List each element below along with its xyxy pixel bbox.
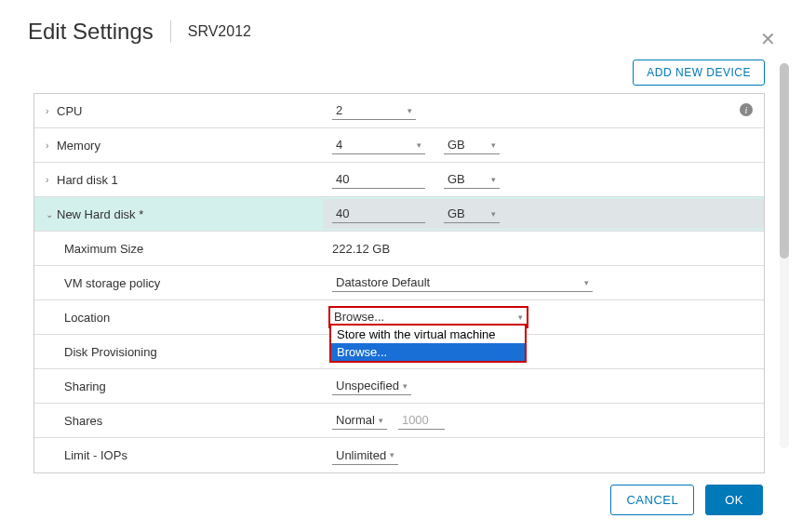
chevron-down-icon: ▾: [491, 140, 496, 150]
row-memory: › Memory 4▾ GB▾: [34, 128, 764, 163]
row-cpu: › CPU 2 ▾ i: [34, 94, 764, 128]
vm-policy-value: Datastore Default: [336, 275, 430, 289]
hd1-label: Hard disk 1: [57, 173, 118, 187]
limit-iops-label: Limit - IOPs: [64, 448, 127, 462]
ok-button[interactable]: OK: [705, 485, 763, 515]
cpu-label: CPU: [57, 104, 82, 118]
memory-unit: GB: [448, 138, 465, 152]
chevron-down-icon: ▾: [491, 175, 496, 184]
hd1-input[interactable]: 40: [332, 170, 425, 189]
new-hd-value: 40: [336, 206, 349, 220]
row-limit-iops: Limit - IOPs Unlimited▾: [34, 438, 764, 472]
dropdown-option-store-with-vm[interactable]: Store with the virtual machine: [331, 326, 525, 343]
chevron-down-icon: ▾: [417, 140, 421, 150]
sharing-select[interactable]: Unspecified▾: [332, 377, 411, 395]
settings-grid: › CPU 2 ▾ i › Memory 4▾ GB▾ › Hard disk …: [33, 93, 765, 473]
new-hd-input[interactable]: 40: [332, 205, 425, 223]
chevron-down-icon[interactable]: ⌄: [46, 209, 57, 219]
location-dropdown: Store with the virtual machine Browse...: [329, 324, 527, 363]
memory-value: 4: [336, 138, 342, 152]
memory-input[interactable]: 4▾: [332, 136, 425, 154]
row-vm-storage-policy: VM storage policy Datastore Default▾: [34, 266, 764, 300]
header-divider: [170, 20, 171, 43]
chevron-down-icon: ▾: [518, 313, 523, 322]
chevron-right-icon[interactable]: ›: [46, 175, 57, 185]
new-hd-unit-select[interactable]: GB▾: [444, 205, 500, 223]
memory-unit-select[interactable]: GB▾: [444, 136, 500, 154]
limit-iops-select[interactable]: Unlimited▾: [332, 446, 398, 465]
row-sharing: Sharing Unspecified▾: [34, 369, 764, 404]
chevron-right-icon[interactable]: ›: [46, 140, 57, 151]
sharing-value: Unspecified: [336, 379, 399, 392]
chevron-down-icon: ▾: [584, 278, 589, 287]
row-maximum-size: Maximum Size 222.12 GB: [34, 232, 764, 266]
chevron-down-icon: ▾: [403, 381, 408, 391]
row-new-hard-disk: ⌄ New Hard disk * 40 GB▾: [34, 197, 764, 232]
location-label: Location: [64, 311, 110, 325]
new-hd-unit: GB: [448, 206, 465, 220]
shares-number-input[interactable]: 1000: [398, 411, 445, 430]
close-icon[interactable]: ✕: [760, 28, 776, 50]
row-shares: Shares Normal▾ 1000: [34, 404, 764, 438]
chevron-right-icon[interactable]: ›: [46, 106, 57, 116]
memory-label: Memory: [57, 139, 100, 153]
cpu-value: 2: [336, 103, 342, 117]
sharing-label: Sharing: [64, 379, 106, 393]
location-value: Browse...: [334, 310, 384, 324]
add-new-device-button[interactable]: ADD NEW DEVICE: [633, 60, 765, 86]
cancel-button[interactable]: CANCEL: [610, 485, 694, 515]
shares-num: 1000: [402, 413, 429, 427]
chevron-down-icon: ▾: [379, 416, 383, 425]
info-icon[interactable]: i: [740, 103, 753, 116]
row-hard-disk-1: › Hard disk 1 40 GB▾: [34, 163, 764, 197]
disk-prov-label: Disk Provisioning: [64, 345, 157, 359]
shares-value: Normal: [336, 413, 375, 427]
chevron-down-icon: ▾: [491, 209, 496, 219]
hd1-unit-select[interactable]: GB▾: [444, 170, 500, 189]
toolbar: ADD NEW DEVICE: [0, 56, 802, 93]
limit-iops-value: Unlimited: [336, 448, 386, 462]
dropdown-option-browse[interactable]: Browse...: [331, 343, 525, 361]
vm-policy-select[interactable]: Datastore Default▾: [332, 273, 593, 292]
hd1-unit: GB: [448, 172, 465, 186]
hd1-value: 40: [336, 172, 349, 186]
page-title: Edit Settings: [28, 19, 154, 45]
new-hd-label: New Hard disk *: [57, 207, 143, 221]
scrollbar-thumb[interactable]: [780, 63, 789, 259]
vm-policy-label: VM storage policy: [64, 276, 160, 290]
shares-select[interactable]: Normal▾: [332, 411, 387, 430]
chevron-down-icon: ▾: [408, 106, 412, 115]
cpu-select[interactable]: 2 ▾: [332, 101, 416, 120]
dialog-footer: CANCEL OK: [610, 485, 763, 515]
max-size-label: Maximum Size: [64, 242, 143, 256]
vm-name: SRV2012: [188, 23, 251, 40]
dialog-header: Edit Settings SRV2012: [0, 0, 802, 56]
chevron-down-icon: ▾: [390, 450, 394, 459]
max-size-value: 222.12 GB: [332, 242, 390, 256]
shares-label: Shares: [64, 414, 102, 428]
